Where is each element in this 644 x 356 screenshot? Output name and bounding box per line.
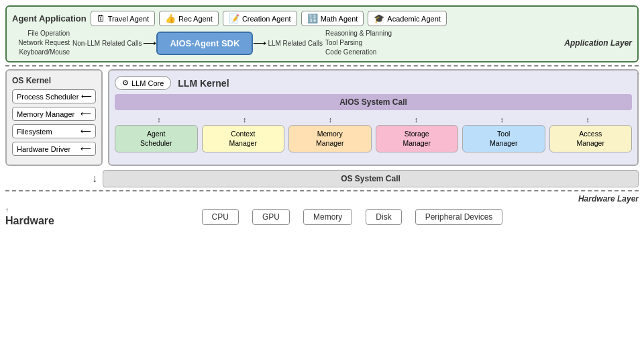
llm-modules-row: AgentScheduler ContextManager MemoryMana… — [115, 125, 632, 152]
memory-manager-module[interactable]: Memory Manager ⟵ — [12, 107, 96, 121]
process-scheduler-module[interactable]: Process Scheduler ⟵ — [12, 89, 96, 103]
rec-icon: 👍 — [165, 13, 176, 24]
memory-manager-arrow: ⟵ — [80, 109, 91, 118]
gear-icon: ⚙ — [122, 79, 129, 87]
math-agent-btn[interactable]: 🔢 Math Agent — [301, 11, 364, 26]
math-icon: 🔢 — [307, 13, 318, 24]
gpu-module[interactable]: GPU — [252, 209, 290, 225]
context-manager-arrow-pair: ↕ — [202, 116, 288, 124]
kernel-layer: OS Kernel Process Scheduler ⟵ Memory Man… — [5, 69, 639, 166]
context-manager-module[interactable]: ContextManager — [202, 125, 285, 152]
hardware-layer-container: Hardware Layer ↑ Hardware CPU GPU Memory… — [5, 194, 639, 227]
hardware-driver-module[interactable]: Hardware Driver ⟵ — [12, 142, 96, 156]
hardware-label-col: ↑ Hardware — [5, 206, 66, 227]
memory-module[interactable]: Memory — [303, 209, 352, 225]
left-call-labels: File Operation Network Request Keyboard/… — [12, 29, 72, 57]
creation-agent-btn[interactable]: 📝 Creation Agent — [223, 11, 297, 26]
os-kernel-title: OS Kernel — [12, 76, 96, 85]
hardware-layer-label: Hardware Layer — [5, 194, 639, 204]
filesystem-arrow: ⟵ — [80, 127, 91, 136]
application-layer: Agent Application 🗓 Travel Agent 👍 Rec A… — [5, 5, 639, 62]
tool-manager-module[interactable]: ToolManager — [462, 125, 545, 152]
llm-related-label: LLM Related Calls — [268, 40, 323, 47]
aios-syscall-bar: AIOS System Call — [115, 94, 632, 110]
academic-icon: 🎓 — [374, 13, 384, 24]
hw-up-arrow: ↑ — [5, 206, 9, 214]
storage-manager-module[interactable]: StorageManager — [376, 125, 459, 152]
filesystem-module[interactable]: Filesystem ⟵ — [12, 124, 96, 138]
peripheral-module[interactable]: Peripheral Devices — [415, 209, 503, 225]
llm-kernel-title: LLM Kernel — [178, 78, 229, 89]
hardware-driver-arrow: ⟵ — [80, 144, 91, 153]
dashed-separator-2 — [5, 190, 639, 191]
right-call-labels: Reasoning & Planning Tool Parsing Code G… — [323, 29, 392, 57]
rec-agent-btn[interactable]: 👍 Rec Agent — [159, 11, 219, 26]
process-scheduler-arrow: ⟵ — [81, 92, 92, 101]
aios-agent-sdk-box: AIOS-Agent SDK — [156, 32, 253, 55]
os-kernel-box: OS Kernel Process Scheduler ⟵ Memory Man… — [5, 69, 103, 166]
cpu-module[interactable]: CPU — [202, 209, 239, 225]
agent-scheduler-arrow-pair: ↕ — [116, 116, 202, 124]
left-arrow-icon: ⟶ — [143, 38, 156, 48]
module-arrows-row: ↕ ↕ ↕ ↕ ↕ ↕ — [115, 116, 632, 124]
diagram: Agent Application 🗓 Travel Agent 👍 Rec A… — [0, 0, 644, 356]
right-arrow-icon: ⟶ — [253, 38, 266, 48]
llm-kernel-header: ⚙ LLM Core LLM Kernel — [115, 76, 632, 90]
storage-manager-arrow-pair: ↕ — [373, 116, 459, 124]
agent-application-label: Agent Application — [12, 13, 87, 24]
sdk-row: File Operation Network Request Keyboard/… — [12, 29, 632, 57]
travel-icon: 🗓 — [97, 13, 105, 24]
application-layer-label: Application Layer — [564, 38, 632, 48]
kernel-layer-container: Kernel Layer OS Kernel Process Scheduler… — [5, 69, 639, 187]
llm-kernel-box: ⚙ LLM Core LLM Kernel AIOS System Call ↕… — [108, 69, 639, 166]
syscall-spacer: ↓ — [5, 173, 103, 185]
llm-core-btn[interactable]: ⚙ LLM Core — [115, 76, 171, 90]
access-manager-module[interactable]: AccessManager — [549, 125, 633, 152]
non-llm-arrow: Non-LLM Related Calls — [72, 40, 142, 47]
agent-scheduler-module[interactable]: AgentScheduler — [115, 125, 198, 152]
app-layer-top: Agent Application 🗓 Travel Agent 👍 Rec A… — [12, 11, 632, 26]
hardware-label: Hardware — [5, 215, 66, 227]
academic-agent-btn[interactable]: 🎓 Academic Agent — [368, 11, 447, 26]
os-syscall-bar: OS System Call — [103, 170, 639, 187]
tool-manager-arrow-pair: ↕ — [459, 116, 545, 124]
hardware-row: ↑ Hardware CPU GPU Memory Disk Periphera… — [5, 206, 639, 227]
dashed-separator-1 — [5, 65, 639, 66]
creation-icon: 📝 — [229, 13, 239, 24]
os-syscall-row: ↓ OS System Call — [5, 170, 639, 187]
access-manager-arrow-pair: ↕ — [545, 116, 631, 124]
hw-driver-arrow: ↓ — [5, 173, 103, 185]
memory-manager-llm-module[interactable]: MemoryManager — [288, 125, 372, 152]
travel-agent-btn[interactable]: 🗓 Travel Agent — [91, 11, 155, 26]
hardware-modules: CPU GPU Memory Disk Peripheral Devices — [66, 209, 639, 225]
disk-module[interactable]: Disk — [366, 209, 401, 225]
memory-manager-arrow-pair: ↕ — [288, 116, 374, 124]
